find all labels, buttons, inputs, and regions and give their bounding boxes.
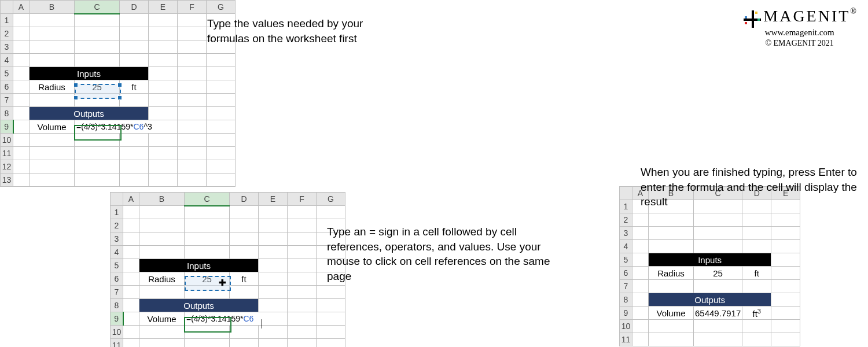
- col-header-a[interactable]: A: [123, 193, 139, 206]
- row-header[interactable]: 13: [1, 174, 13, 187]
- col-header-g[interactable]: G: [207, 1, 236, 14]
- col-header-g[interactable]: G: [317, 193, 345, 206]
- brand-logo: MAGENIT® www.emagenit.com © EMAGENIT 202…: [742, 7, 856, 48]
- cell-volume-unit[interactable]: ft3: [742, 307, 771, 320]
- col-header-f[interactable]: F: [178, 1, 207, 14]
- corner-cell[interactable]: [111, 193, 123, 206]
- row-header[interactable]: 8: [1, 107, 13, 120]
- cell-radius-label[interactable]: Radius: [30, 80, 75, 94]
- col-header-e[interactable]: E: [149, 1, 178, 14]
- row-header[interactable]: 7: [620, 280, 632, 293]
- row-header[interactable]: 1: [111, 206, 123, 219]
- svg-rect-2: [755, 12, 757, 14]
- sheet-panel-4[interactable]: A B C D E 1 2 3 4 5Inputs 6Radius25ft 7 …: [619, 186, 800, 346]
- row-header[interactable]: 11: [1, 147, 13, 160]
- row-header[interactable]: 10: [1, 134, 13, 147]
- row-header[interactable]: 8: [620, 293, 632, 307]
- inputs-header: Inputs: [649, 253, 771, 267]
- col-header-b[interactable]: B: [30, 1, 75, 14]
- caption-panel-1: Type the values needed by your formulas …: [207, 16, 392, 46]
- row-header[interactable]: 3: [620, 227, 632, 240]
- cell-radius-label[interactable]: Radius: [649, 267, 694, 280]
- outputs-header: Outputs: [30, 107, 149, 120]
- sheet-panel-2[interactable]: A B C D E 1 2 3 4 5Inputs 6Radius25ft 7 …: [0, 0, 178, 160]
- row-header[interactable]: 3: [111, 232, 123, 246]
- col-header-e[interactable]: E: [259, 193, 288, 206]
- cell-c6-selected[interactable]: 25: [185, 272, 230, 286]
- row-header[interactable]: 7: [1, 94, 13, 107]
- row-header[interactable]: 10: [620, 320, 632, 333]
- svg-rect-3: [745, 22, 747, 24]
- outputs-header: Outputs: [649, 293, 771, 307]
- cell-formula-editing[interactable]: =(4/3)*3.14159*C6^3: [75, 120, 178, 134]
- col-header-c-active[interactable]: C: [185, 193, 230, 206]
- row-header[interactable]: 5: [1, 67, 13, 80]
- cell-volume-result[interactable]: 65449.7917: [694, 307, 742, 320]
- row-header[interactable]: 2: [111, 219, 123, 232]
- row-header[interactable]: 12: [1, 160, 13, 174]
- cell-radius-unit[interactable]: ft: [230, 272, 259, 286]
- col-header-d[interactable]: D: [120, 1, 149, 14]
- sheet-panel-3[interactable]: A B C D E F G 1 2 3 4 5Inputs 6Radius25f…: [110, 192, 345, 347]
- svg-rect-4: [757, 19, 760, 21]
- cell-radius-unit[interactable]: ft: [120, 80, 149, 94]
- cell-volume-label[interactable]: Volume: [139, 312, 185, 326]
- col-header-b[interactable]: B: [139, 193, 185, 206]
- inputs-header: Inputs: [30, 67, 149, 80]
- svg-rect-5: [745, 16, 747, 19]
- cell-radius-unit[interactable]: ft: [742, 267, 771, 280]
- corner-cell[interactable]: [1, 1, 13, 14]
- row-header[interactable]: 4: [1, 54, 13, 67]
- row-header[interactable]: 1: [620, 200, 632, 213]
- row-header[interactable]: 1: [1, 14, 13, 27]
- row-header[interactable]: 6: [111, 272, 123, 286]
- row-header[interactable]: 9: [620, 307, 632, 320]
- row-header[interactable]: 6: [620, 267, 632, 280]
- caption-panel-4: When you are finished typing, press Ente…: [641, 165, 868, 209]
- col-header-f[interactable]: F: [288, 193, 317, 206]
- row-header[interactable]: 3: [1, 40, 13, 54]
- col-header-c-active[interactable]: C: [75, 1, 120, 14]
- row-header[interactable]: 2: [620, 213, 632, 227]
- row-header[interactable]: 11: [620, 333, 632, 346]
- row-header[interactable]: 2: [1, 27, 13, 40]
- corner-cell[interactable]: [620, 187, 632, 200]
- row-header[interactable]: 7: [111, 286, 123, 299]
- row-header[interactable]: 6: [1, 80, 13, 94]
- inputs-header: Inputs: [139, 259, 259, 272]
- row-header[interactable]: 11: [111, 339, 123, 348]
- caption-panel-3: Type an = sign in a cell followed by cel…: [327, 224, 570, 284]
- row-header[interactable]: 10: [111, 326, 123, 339]
- row-header[interactable]: 8: [111, 299, 123, 312]
- col-header-d[interactable]: D: [230, 193, 259, 206]
- row-header[interactable]: 5: [620, 253, 632, 267]
- outputs-header: Outputs: [139, 299, 259, 312]
- cell-volume-label[interactable]: Volume: [30, 120, 75, 134]
- cell-c6-selected[interactable]: 25: [75, 80, 120, 94]
- col-header-a[interactable]: A: [13, 1, 30, 14]
- row-header[interactable]: 4: [620, 240, 632, 253]
- row-header-active[interactable]: 9: [1, 120, 13, 134]
- row-header[interactable]: 4: [111, 246, 123, 259]
- emagenit-logo-icon: [742, 9, 762, 29]
- cell-radius-value[interactable]: 25: [694, 267, 742, 280]
- row-header[interactable]: 5: [111, 259, 123, 272]
- cell-volume-label[interactable]: Volume: [649, 307, 694, 320]
- cell-radius-label[interactable]: Radius: [139, 272, 185, 286]
- row-header-active[interactable]: 9: [111, 312, 123, 326]
- cell-formula-editing[interactable]: =(4/3)*3.14159*C6: [185, 312, 288, 326]
